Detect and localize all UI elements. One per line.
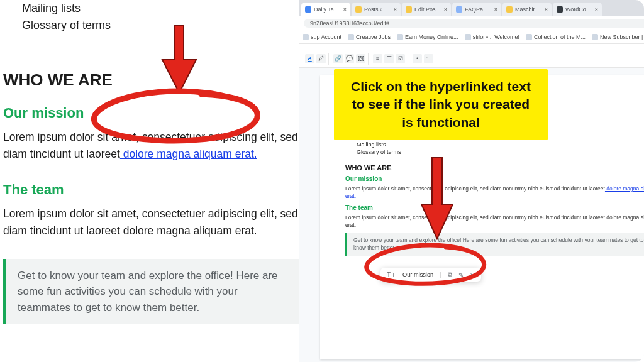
toc-item: Glossary of terms [3,17,299,34]
browser-tab[interactable]: Maschituts —...× [502,3,552,16]
close-icon[interactable]: × [545,6,548,13]
browser-tab[interactable]: WordCounter...× [553,3,602,16]
bookmark-item[interactable]: New Subscriber | Al... [592,34,644,40]
popup-link-target[interactable]: Our mission [402,272,433,278]
edit-link-icon[interactable]: ✎ [458,272,464,278]
instruction-callout: Click on the hyperlinked text to see if … [334,69,548,140]
close-icon[interactable]: × [394,6,397,13]
bookmark-item[interactable]: Earn Money Online... [397,34,458,40]
bookmark-favicon [303,34,309,40]
close-icon[interactable]: × [343,6,347,13]
mini-page-title: WHO WE ARE [345,164,644,172]
browser-tab[interactable]: Posts ‹ Masch...× [352,3,401,16]
callout-box: Get to know your team and explore the of… [3,259,299,325]
bookmark-item[interactable]: sup Account [303,34,341,40]
bookmark-hyperlink[interactable]: dolore magna aliquam erat. [120,148,257,160]
insert-image-icon[interactable]: 🖼 [356,54,365,63]
numbered-list-icon[interactable]: 1. [424,54,433,63]
browser-tab[interactable]: Daily Task Su...× [301,3,350,16]
underline-icon[interactable]: A [305,54,314,63]
line-spacing-icon[interactable]: ☰ [384,54,394,63]
doc-canvas: The team1PRODUCT & PROCESS2Project Proce… [299,68,644,362]
bookmark-favicon [592,34,598,40]
tab-strip: Daily Task Su...×Posts ‹ Masch...×Edit P… [299,0,644,16]
red-arrow-icon [418,157,456,240]
page-title: WHO WE ARE [3,70,299,90]
browser-tab[interactable]: FAQPage JSO...× [452,3,501,16]
bookmark-item[interactable]: Creative Jobs [348,34,391,40]
bookmark-item[interactable]: stifor» :: Welcome! [465,34,519,40]
bookmark-bar: sup AccountCreative JobsEarn Money Onlin… [299,30,644,44]
red-arrow-icon [157,25,201,94]
close-icon[interactable]: × [494,6,497,13]
mini-team-heading: The team [345,204,644,211]
text-icon: T⊤ [387,272,396,278]
team-paragraph: Lorem ipsum dolor sit amet, consectetuer… [3,206,299,239]
bookmark-favicon [397,34,403,40]
mini-callout: Get to know your team and explore the of… [345,233,644,256]
comment-icon[interactable]: 💬 [345,54,354,63]
url-text: 9nZ8easU19S8H63sccpU/edit# [304,19,644,28]
docs-toolbar: A 🖍 🔗 💬 🖼 ≡ ☰ ☑ • 1. [299,44,644,68]
close-icon[interactable]: × [595,6,598,13]
toc-row[interactable]: Mailing lists2 [345,141,644,148]
align-left-icon[interactable]: ≡ [373,54,382,63]
bookmark-item[interactable]: Collection of the M... [526,34,586,40]
left-doc-panel: Mailing lists Glossary of terms WHO WE A… [0,0,299,362]
mini-mission-text: Lorem ipsum dolor sit amet, consectetuer… [345,185,605,192]
bookmark-favicon [348,34,354,40]
copy-link-icon[interactable]: ⧉ [448,271,452,278]
toc-item: Mailing lists [3,0,299,17]
mini-team-paragraph: Lorem ipsum dolor sit amet, consectetuer… [345,214,644,229]
toc-row[interactable]: Glossary of terms2 [345,148,644,156]
remove-link-icon[interactable]: ⨯ [470,272,475,278]
bullet-list-icon[interactable]: • [413,54,422,63]
address-bar[interactable]: 9nZ8easU19S8H63sccpU/edit# [299,16,644,30]
highlight-icon[interactable]: 🖍 [316,54,326,63]
mission-paragraph: Lorem ipsum dolor sit amet, consectetuer… [3,129,299,163]
bookmark-favicon [526,34,532,40]
team-heading: The team [3,182,299,198]
mission-heading: Our mission [3,105,299,121]
mini-mission-heading: Our mission [345,175,644,182]
right-browser-panel: Daily Task Su...×Posts ‹ Masch...×Edit P… [299,0,644,362]
hyperlink-popup[interactable]: T⊤ Our mission | ⧉ ✎ ⨯ [380,268,481,282]
bookmark-favicon [465,34,471,40]
close-icon[interactable]: × [444,6,447,13]
checklist-icon[interactable]: ☑ [396,54,405,63]
mini-mission-paragraph: Lorem ipsum dolor sit amet, consectetuer… [345,185,644,200]
browser-tab[interactable]: Edit Post "Ho...× [402,3,451,16]
insert-link-icon[interactable]: 🔗 [333,54,343,63]
